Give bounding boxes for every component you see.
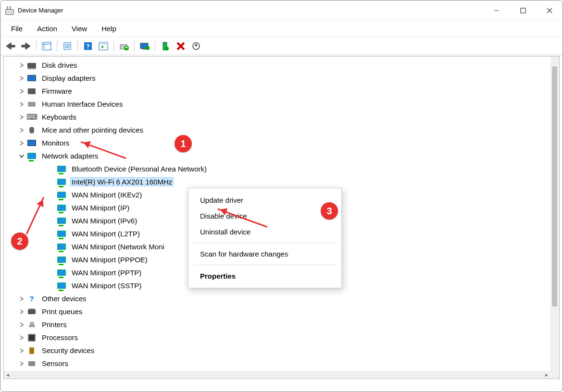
scroll-left-icon[interactable]: ◄ — [4, 371, 12, 379]
scrollbar-thumb[interactable] — [552, 66, 557, 306]
minimize-icon — [494, 8, 500, 13]
expander-closed-icon[interactable] — [18, 347, 25, 354]
cm-scan-hardware[interactable]: Scan for hardware changes — [188, 246, 341, 262]
properties-icon — [63, 42, 72, 50]
toolbar-separator — [77, 40, 78, 52]
sec-icon — [27, 346, 37, 355]
forward-arrow-icon — [21, 42, 31, 50]
tree-item[interactable]: Intel(R) Wi-Fi 6 AX201 160MHz — [4, 175, 550, 188]
annotation-marker-3: 3 — [321, 202, 338, 220]
toolbar-separator — [155, 40, 155, 52]
tree-item-label: Mice and other pointing devices — [40, 125, 145, 135]
expander-open-icon[interactable] — [18, 153, 25, 159]
close-button[interactable] — [536, 0, 563, 20]
expander-closed-icon[interactable] — [18, 101, 25, 108]
properties-button[interactable] — [60, 39, 75, 53]
cm-properties[interactable]: Properties — [188, 268, 341, 284]
tree-item-label: Human Interface Devices — [40, 99, 124, 109]
tree-item[interactable]: Print queues — [4, 305, 550, 318]
tree-pane-icon — [42, 42, 51, 50]
cpu-icon — [27, 333, 37, 342]
tree-item[interactable]: Printers — [4, 318, 550, 331]
uninstall-device-button[interactable] — [174, 39, 188, 53]
scan-hardware-button[interactable] — [138, 39, 152, 53]
cm-disable-device[interactable]: Disable device — [188, 208, 341, 224]
minimize-button[interactable] — [483, 0, 510, 20]
expander-closed-icon[interactable] — [18, 295, 25, 302]
enable-device-button[interactable] — [158, 39, 173, 53]
sensor-icon — [27, 359, 37, 368]
tree-item-label: Firmware — [40, 86, 74, 96]
expander-closed-icon[interactable] — [18, 308, 25, 315]
tree-item[interactable]: Security devices — [4, 344, 550, 357]
tree-item[interactable]: Firmware — [4, 85, 550, 98]
annotation-marker-2: 2 — [11, 233, 28, 250]
annotation-number: 3 — [326, 206, 332, 217]
scan-for-changes-button[interactable] — [189, 39, 203, 53]
tree-item[interactable]: Keyboards — [4, 110, 550, 123]
expander-closed-icon[interactable] — [18, 114, 25, 121]
net-icon — [57, 165, 66, 173]
tree-item-label: Display adapters — [40, 74, 97, 83]
tree-item[interactable]: Processors — [4, 331, 550, 344]
expander-closed-icon[interactable] — [18, 140, 25, 147]
forward-button[interactable] — [19, 39, 33, 53]
expander-closed-icon[interactable] — [18, 127, 25, 134]
menu-action[interactable]: Action — [30, 23, 64, 35]
expander-closed-icon[interactable] — [18, 321, 25, 328]
toolbar: ? — [0, 37, 563, 55]
expander-closed-icon[interactable] — [18, 62, 25, 69]
update-driver-button[interactable] — [117, 39, 131, 53]
monitor-icon — [27, 139, 37, 147]
tree-item[interactable]: Disk drives — [4, 59, 550, 72]
tree-item-label: WAN Miniport (IKEv2) — [70, 190, 143, 199]
other-icon — [27, 294, 37, 303]
maximize-button[interactable] — [510, 0, 536, 20]
scroll-right-icon[interactable]: ► — [543, 371, 550, 379]
horizontal-scrollbar[interactable]: ◄ ► — [4, 371, 550, 379]
tree-item-label: WAN Miniport (PPTP) — [70, 268, 143, 277]
tree-item[interactable]: Other devices — [4, 292, 550, 305]
action-list-button[interactable] — [96, 39, 111, 53]
expander-closed-icon[interactable] — [18, 334, 25, 341]
net-icon — [57, 217, 66, 225]
help-button[interactable]: ? — [81, 39, 95, 53]
disk-icon — [27, 61, 37, 70]
net-icon — [57, 191, 66, 199]
svg-rect-1 — [521, 8, 525, 13]
net-icon — [57, 230, 66, 238]
expander-closed-icon[interactable] — [18, 88, 25, 95]
maximize-icon — [520, 8, 526, 13]
show-hide-console-tree[interactable] — [39, 39, 54, 53]
net-icon — [57, 243, 66, 251]
annotation-number: 1 — [180, 138, 186, 149]
expander-closed-icon[interactable] — [18, 75, 25, 82]
vertical-scrollbar[interactable] — [550, 57, 559, 371]
svg-rect-7 — [42, 42, 45, 50]
net-icon — [57, 204, 66, 212]
tree-item-label: WAN Miniport (SSTP) — [70, 281, 143, 290]
menu-file[interactable]: File — [4, 23, 29, 35]
tree-item[interactable]: Mice and other pointing devices — [4, 123, 550, 136]
scroll-corner — [550, 371, 559, 379]
tree-item-label: WAN Miniport (PPPOE) — [70, 255, 149, 264]
tree-item[interactable]: Human Interface Devices — [4, 98, 550, 110]
tree-item[interactable]: Sensors — [4, 357, 550, 370]
tree-item-label: Sensors — [40, 359, 70, 368]
svg-point-25 — [165, 47, 169, 50]
menu-view[interactable]: View — [65, 23, 94, 35]
tree-item[interactable]: Display adapters — [4, 72, 550, 85]
printer-icon — [27, 320, 37, 329]
expander-closed-icon[interactable] — [18, 360, 25, 367]
toolbar-separator — [113, 40, 114, 52]
tree-item[interactable]: Bluetooth Device (Personal Area Network) — [4, 162, 550, 175]
tree-item[interactable]: Network adapters — [4, 149, 550, 162]
help-icon: ? — [84, 42, 92, 50]
tree-item-label: WAN Miniport (IPv6) — [70, 216, 138, 225]
back-button[interactable] — [3, 39, 18, 53]
cm-update-driver[interactable]: Update driver — [188, 192, 341, 208]
net-icon — [57, 269, 66, 277]
menu-help[interactable]: Help — [95, 23, 123, 35]
window-controls — [483, 0, 563, 20]
tree-item-label: Security devices — [40, 346, 96, 355]
